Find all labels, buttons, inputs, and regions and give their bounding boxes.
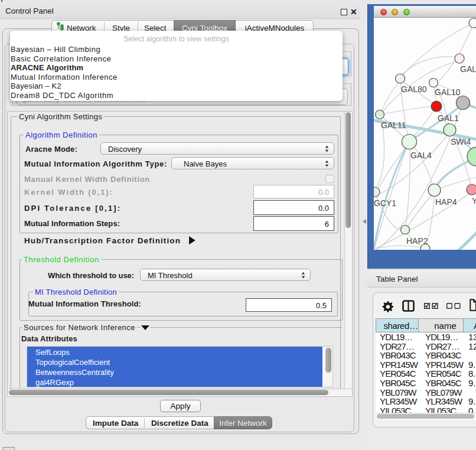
svg-text:GCY1: GCY1 [374, 198, 396, 208]
svg-text:GAL80: GAL80 [401, 84, 427, 94]
svg-text:Y: Y [472, 196, 476, 206]
svg-text:GAL: GAL [460, 64, 476, 74]
svg-text:GAL11: GAL11 [381, 120, 406, 130]
svg-text:SWI4: SWI4 [451, 137, 471, 146]
svg-text:GAL10: GAL10 [435, 87, 461, 97]
svg-text:HAP2: HAP2 [406, 236, 428, 246]
svg-text:HAP4: HAP4 [435, 197, 457, 207]
svg-text:GAL4: GAL4 [410, 151, 432, 160]
svg-text:GAL1: GAL1 [438, 113, 459, 123]
